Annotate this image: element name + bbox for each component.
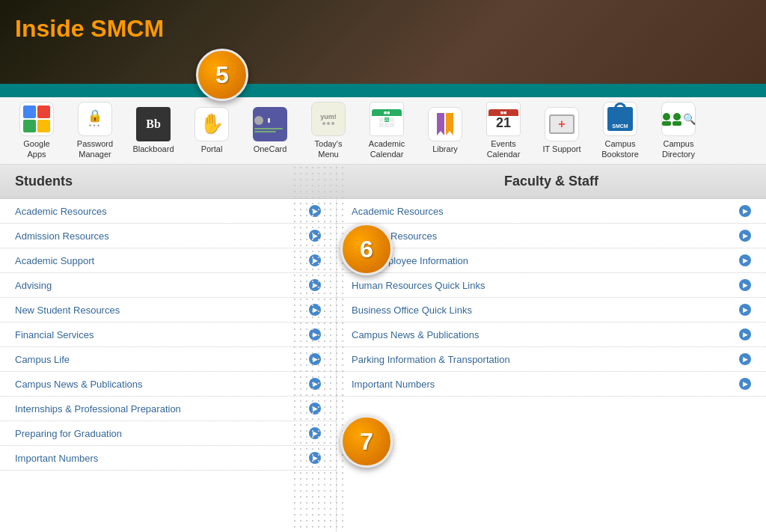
campus-bookstore-icon: SMCM (603, 102, 637, 136)
faculty-list-item-text: Important Numbers (352, 379, 435, 390)
badge-6: 6 (340, 223, 393, 275)
nav-it-support[interactable]: + IT Support (533, 107, 591, 154)
student-list-item[interactable]: Academic Resources ▶ (0, 199, 336, 224)
nav-academic-calendar[interactable]: ■■ 21 AcademicCalendar (358, 102, 416, 159)
badge-5: 5 (196, 49, 248, 101)
student-list-item-text: Academic Resources (15, 206, 107, 217)
faculty-list-item[interactable]: Human Resources Quick Links ▶ (337, 273, 766, 298)
it-support-icon: + (545, 107, 579, 141)
student-list-item[interactable]: New Student Resources ▶ (0, 298, 336, 322)
todays-menu-icon: yum! (311, 102, 346, 136)
campus-directory-label: CampusDirectory (662, 139, 695, 159)
teal-accent-bar (0, 84, 766, 97)
main-content: Students Academic Resources ▶ Admission … (0, 165, 766, 532)
nav-todays-menu[interactable]: yum! Today'sMenu (299, 102, 358, 159)
campus-directory-icon: 🔍 (661, 102, 696, 136)
student-list-item[interactable]: Preparing for Graduation ▶ (0, 421, 336, 446)
faculty-list-item-text: Business Office Quick Links (352, 305, 472, 316)
students-list: Academic Resources ▶ Admission Resources… (0, 199, 336, 471)
faculty-list-item-icon: ▶ (739, 378, 751, 390)
student-list-item[interactable]: Campus News & Publications ▶ (0, 372, 336, 397)
students-panel-header: Students (0, 165, 336, 199)
nav-portal[interactable]: ✋ Portal (183, 107, 241, 154)
library-icon (428, 107, 462, 141)
site-title: Inside SMCM (15, 15, 164, 43)
faculty-list-item[interactable]: Business Office Quick Links ▶ (337, 298, 766, 322)
title-accent: SMCM (91, 15, 164, 42)
library-label: Library (432, 144, 458, 154)
campus-bookstore-label: CampusBookstore (601, 139, 639, 159)
student-list-item[interactable]: Academic Support ▶ (0, 248, 336, 273)
student-list-item[interactable]: Internships & Professional Preparation ▶ (0, 397, 336, 421)
header: Inside SMCM (0, 0, 766, 97)
nav-library[interactable]: Library (416, 107, 474, 154)
dot-pattern-decoration (292, 165, 344, 532)
faculty-list-item-icon: ▶ (739, 279, 751, 291)
nav-events-calendar[interactable]: ■■ 21 EventsCalendar (474, 102, 533, 159)
portal-icon: ✋ (194, 107, 229, 141)
faculty-list: Academic Resources ▶ Campus Resources ▶ … (337, 199, 766, 397)
google-apps-icon (19, 102, 54, 136)
blackboard-icon: Bb (136, 107, 171, 141)
badge-7: 7 (340, 415, 393, 468)
todays-menu-label: Today'sMenu (315, 139, 343, 159)
academic-calendar-label: AcademicCalendar (369, 139, 405, 159)
navigation-bar: GoogleApps 🔒 *** PasswordManager Bb Blac… (0, 97, 766, 165)
student-list-item-text: Admission Resources (15, 230, 109, 242)
faculty-list-item-icon: ▶ (739, 353, 751, 365)
google-apps-label: GoogleApps (23, 139, 49, 159)
nav-password-manager[interactable]: 🔒 *** PasswordManager (66, 102, 124, 159)
onecard-icon (253, 107, 287, 141)
student-list-item[interactable]: Campus Life ▶ (0, 347, 336, 372)
student-list-item[interactable]: Advising ▶ (0, 273, 336, 298)
onecard-label: OneCard (254, 144, 287, 154)
nav-blackboard[interactable]: Bb Blackboard (124, 107, 183, 154)
student-list-item-text: Internships & Professional Preparation (15, 403, 181, 415)
students-panel: Students Academic Resources ▶ Admission … (0, 165, 337, 532)
faculty-list-item[interactable]: Campus News & Publications ▶ (337, 322, 766, 347)
password-manager-label: PasswordManager (77, 139, 113, 159)
portal-label: Portal (201, 144, 223, 154)
faculty-list-item-icon: ▶ (739, 230, 751, 242)
faculty-list-item-icon: ▶ (739, 328, 751, 340)
faculty-panel-header: Faculty & Staff (337, 165, 766, 199)
it-support-label: IT Support (542, 144, 580, 154)
faculty-list-item-icon: ▶ (739, 304, 751, 316)
title-plain: Inside (15, 15, 91, 42)
faculty-list-item-icon: ▶ (739, 254, 751, 266)
faculty-list-item[interactable]: Important Numbers ▶ (337, 372, 766, 397)
student-list-item-text: Important Numbers (15, 453, 98, 464)
faculty-list-item[interactable]: Campus Resources ▶ (337, 224, 766, 248)
faculty-list-item[interactable]: New Employee Information ▶ (337, 248, 766, 273)
faculty-list-item-text: Academic Resources (352, 206, 444, 217)
student-list-item-text: Academic Support (15, 255, 94, 266)
student-list-item[interactable]: Important Numbers ▶ (0, 446, 336, 471)
student-list-item-text: Campus News & Publications (15, 379, 143, 390)
password-manager-icon: 🔒 *** (78, 102, 112, 136)
faculty-panel: Faculty & Staff Academic Resources ▶ Cam… (337, 165, 766, 532)
student-list-item[interactable]: Financial Services ▶ (0, 322, 336, 347)
student-list-item-text: Advising (15, 280, 52, 291)
student-list-item-text: Preparing for Graduation (15, 428, 122, 439)
faculty-list-item[interactable]: Academic Resources ▶ (337, 199, 766, 224)
faculty-list-item[interactable]: Parking Information & Transportation ▶ (337, 347, 766, 372)
academic-calendar-icon: ■■ 21 (370, 102, 404, 136)
student-list-item-text: Financial Services (15, 329, 94, 340)
faculty-list-item-text: Campus News & Publications (352, 329, 479, 340)
events-calendar-icon: ■■ 21 (486, 102, 521, 136)
student-list-item[interactable]: Admission Resources ▶ (0, 224, 336, 248)
student-list-item-text: New Student Resources (15, 305, 120, 316)
nav-onecard[interactable]: OneCard (241, 107, 299, 154)
faculty-list-item-text: Parking Information & Transportation (352, 354, 510, 365)
blackboard-label: Blackboard (132, 144, 174, 154)
student-list-item-text: Campus Life (15, 354, 70, 365)
nav-campus-directory[interactable]: 🔍 CampusDirectory (649, 102, 708, 159)
nav-google-apps[interactable]: GoogleApps (7, 102, 66, 159)
faculty-list-item-icon: ▶ (739, 205, 751, 217)
events-calendar-label: EventsCalendar (487, 139, 521, 159)
faculty-list-item-text: Human Resources Quick Links (352, 280, 485, 291)
nav-campus-bookstore[interactable]: SMCM CampusBookstore (591, 102, 649, 159)
